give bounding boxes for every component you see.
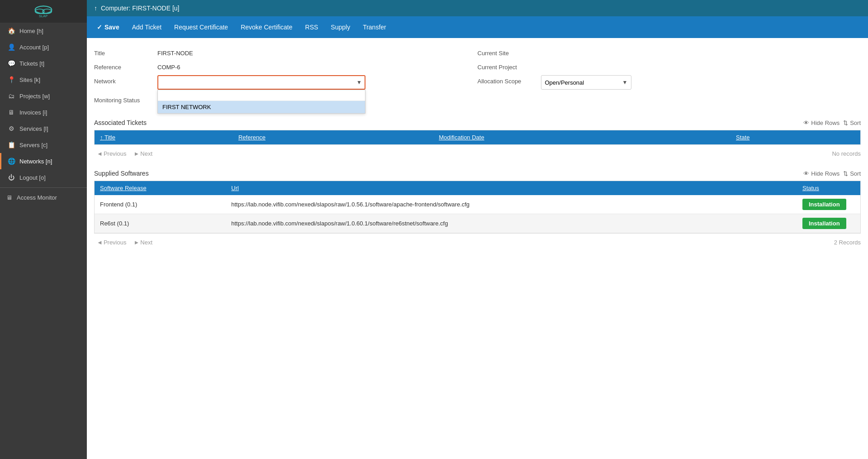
supplied-softwares-title: Supplied Softwares (94, 170, 149, 177)
current-project-label: Current Project (478, 61, 541, 71)
sidebar-item-networks[interactable]: 🌐 Networks [n] (0, 153, 87, 169)
associated-tickets-next-button[interactable]: ► Next (131, 149, 155, 158)
upload-icon: ↑ (94, 5, 97, 12)
network-option-first-network[interactable]: FIRST NETWORK (158, 101, 365, 113)
row1-installation-button[interactable]: Installation (802, 199, 846, 210)
projects-icon: 🗂 (8, 92, 15, 100)
sidebar: SLAP 🏠 Home [h] 👤 Account [p] 💬 Tickets … (0, 0, 87, 459)
allocation-scope-field-row: Allocation Scope Open/Personal ▼ (478, 75, 861, 90)
save-button[interactable]: ✓ Save (90, 20, 126, 34)
invoices-icon: 🖥 (8, 109, 15, 116)
current-site-label: Current Site (478, 47, 541, 57)
col-state-link[interactable]: State (736, 134, 749, 141)
logout-icon: ⏻ (8, 174, 15, 181)
supplied-softwares-footer: ◄ Previous ► Next 2 Records (94, 235, 861, 249)
col-reference[interactable]: Reference (233, 130, 433, 144)
request-certificate-button[interactable]: Request Certificate (168, 20, 234, 34)
supplied-softwares-header-row: Software Release Url Status (95, 181, 860, 195)
associated-tickets-pagination: ◄ Previous ► Next (94, 147, 155, 161)
col-modification-date[interactable]: Modification Date (433, 130, 730, 144)
row2-software-release: Re6st (0.1) (95, 214, 226, 233)
sidebar-item-servers[interactable]: 📋 Servers [c] (0, 137, 87, 153)
supplied-softwares-tools: 👁 Hide Rows ⇅ Sort (803, 170, 861, 177)
supplied-softwares-previous-button[interactable]: ◄ Previous (94, 238, 129, 247)
reference-label: Reference (94, 61, 157, 71)
home-icon: 🏠 (8, 27, 15, 34)
allocation-scope-label: Allocation Scope (478, 75, 541, 85)
network-input-wrapper: FIRST NETWORK ▼ FIRST NETWORK (157, 75, 478, 90)
col-software-release-link[interactable]: Software Release (100, 185, 147, 191)
associated-tickets-footer: ◄ Previous ► Next No records (94, 147, 861, 161)
monitoring-status-label: Monitoring Status (94, 94, 157, 104)
services-icon: ⚙ (8, 125, 15, 132)
allocation-select-container: Open/Personal ▼ (541, 75, 631, 90)
main-content: ↑ Computer: FIRST-NODE [u] ✓ Save Add Ti… (87, 0, 868, 459)
associated-tickets-header: Associated Tickets 👁 Hide Rows ⇅ Sort (94, 117, 861, 128)
supplied-softwares-hide-rows-button[interactable]: 👁 Hide Rows (803, 170, 840, 177)
breadcrumb: Computer: FIRST-NODE [u] (101, 5, 179, 12)
col-url[interactable]: Url (226, 181, 797, 195)
col-software-release[interactable]: Software Release (95, 181, 226, 195)
rss-button[interactable]: RSS (299, 20, 325, 34)
transfer-button[interactable]: Transfer (356, 20, 393, 34)
table-row: Frontend (0.1) https://lab.node.vifib.co… (95, 195, 860, 214)
row1-software-release: Frontend (0.1) (95, 195, 226, 214)
associated-tickets-title: Associated Tickets (94, 119, 147, 126)
associated-tickets-previous-button[interactable]: ◄ Previous (94, 149, 129, 158)
current-site-value (541, 47, 861, 50)
header-bar: ↑ Computer: FIRST-NODE [u] (87, 0, 868, 16)
sidebar-item-account[interactable]: 👤 Account [p] (0, 39, 87, 55)
col-url-link[interactable]: Url (231, 185, 239, 191)
supplied-softwares-table: Software Release Url Status Frontend (0.… (95, 181, 860, 233)
access-monitor-link[interactable]: 🖥 Access Monitor (0, 190, 87, 206)
associated-tickets-sort-button[interactable]: ⇅ Sort (843, 120, 861, 126)
network-field-row: Network FIRST NETWORK ▼ FIRST NETWOR (94, 75, 478, 90)
current-project-field-row: Current Project (478, 61, 861, 71)
title-value: FIRST-NODE (157, 47, 478, 57)
col-title[interactable]: ↑ Title (95, 130, 233, 144)
title-label: Title (94, 47, 157, 57)
eye-icon-2: 👁 (803, 170, 809, 177)
sidebar-item-home[interactable]: 🏠 Home [h] (0, 23, 87, 39)
col-state[interactable]: State (730, 130, 860, 144)
associated-tickets-table: ↑ Title Reference Modification Date Stat… (95, 130, 860, 144)
sidebar-item-sites[interactable]: 📍 Sites [k] (0, 72, 87, 88)
network-select-container: FIRST NETWORK ▼ FIRST NETWORK (157, 75, 365, 90)
revoke-certificate-button[interactable]: Revoke Certificate (234, 20, 299, 34)
servers-icon: 📋 (8, 141, 15, 148)
col-status[interactable]: Status (797, 181, 860, 195)
form-left: Title FIRST-NODE Reference COMP-6 Networ… (94, 45, 478, 110)
sidebar-item-invoices[interactable]: 🖥 Invoices [i] (0, 104, 87, 120)
col-title-link[interactable]: ↑ Title (100, 134, 115, 141)
col-modification-date-link[interactable]: Modification Date (439, 134, 484, 141)
title-field-row: Title FIRST-NODE (94, 47, 478, 57)
logo-area: SLAP (0, 0, 87, 23)
allocation-scope-input-wrapper: Open/Personal ▼ (541, 75, 861, 90)
supplied-softwares-next-button[interactable]: ► Next (131, 238, 155, 247)
row1-status: Installation (797, 195, 860, 214)
dropdown-empty-row[interactable] (158, 90, 365, 101)
row2-status: Installation (797, 214, 860, 233)
table-row: Re6st (0.1) https://lab.node.vifib.com/n… (95, 214, 860, 233)
content-area: Title FIRST-NODE Reference COMP-6 Networ… (87, 38, 868, 459)
network-select[interactable]: FIRST NETWORK (157, 75, 365, 90)
add-ticket-button[interactable]: Add Ticket (126, 20, 168, 34)
supplied-softwares-sort-button[interactable]: ⇅ Sort (843, 170, 861, 177)
associated-tickets-no-records: No records (832, 148, 861, 159)
row2-url: https://lab.node.vifib.com/nexedi/slapos… (226, 214, 797, 233)
allocation-scope-select[interactable]: Open/Personal (541, 75, 631, 90)
network-label: Network (94, 75, 157, 85)
supplied-softwares-header: Supplied Softwares 👁 Hide Rows ⇅ Sort (94, 168, 861, 179)
col-reference-link[interactable]: Reference (238, 134, 266, 141)
sidebar-item-projects[interactable]: 🗂 Projects [w] (0, 88, 87, 104)
reference-value: COMP-6 (157, 61, 478, 71)
sidebar-item-tickets[interactable]: 💬 Tickets [t] (0, 55, 87, 72)
supplied-softwares-tbody: Frontend (0.1) https://lab.node.vifib.co… (95, 195, 860, 233)
sidebar-item-services[interactable]: ⚙ Services [l] (0, 120, 87, 137)
row2-installation-button[interactable]: Installation (802, 218, 846, 229)
associated-tickets-header-row: ↑ Title Reference Modification Date Stat… (95, 130, 860, 144)
associated-tickets-hide-rows-button[interactable]: 👁 Hide Rows (803, 120, 840, 126)
col-status-link[interactable]: Status (802, 185, 819, 191)
supply-button[interactable]: Supply (324, 20, 356, 34)
sidebar-item-logout[interactable]: ⏻ Logout [o] (0, 169, 87, 186)
